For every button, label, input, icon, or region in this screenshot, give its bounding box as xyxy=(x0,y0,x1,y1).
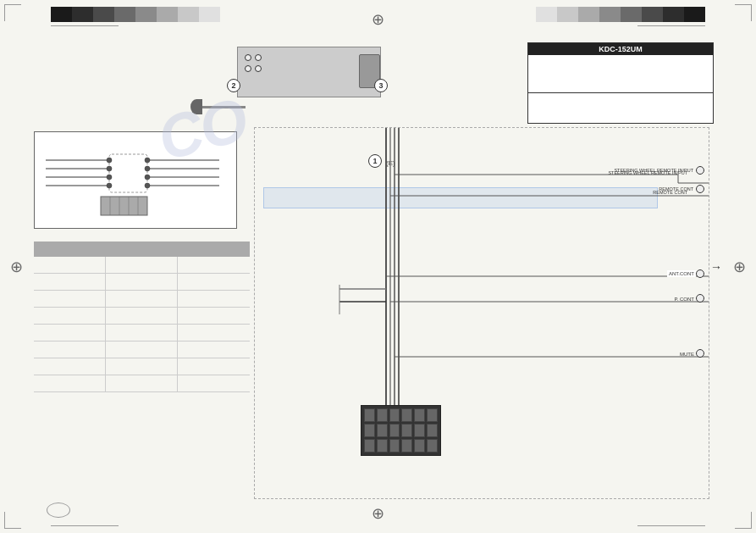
table-header-col1 xyxy=(34,242,106,257)
connector-circle xyxy=(245,54,251,61)
table-row xyxy=(34,291,250,308)
table-row xyxy=(34,341,250,358)
kdc-model-label: KDC-152UM xyxy=(528,43,713,55)
wiring-svg xyxy=(255,128,709,498)
table-header xyxy=(34,242,250,257)
steering-label-text: STEERING WHEEL REMOTE IN/PUT xyxy=(608,170,687,176)
audio-plug-line xyxy=(199,106,246,108)
svg-rect-17 xyxy=(101,197,147,215)
badge-3: 3 xyxy=(374,79,388,92)
badge-2: 2 xyxy=(227,79,240,92)
p-cont-connector-dot xyxy=(696,294,704,303)
table-row xyxy=(34,308,250,325)
top-right-color-bar xyxy=(536,7,705,22)
mute-connector-dot xyxy=(696,349,704,358)
connector-circle xyxy=(255,65,262,72)
kdc-content-bottom xyxy=(528,93,713,123)
crosshair-bottom: ⊕ xyxy=(372,504,384,523)
svg-rect-4 xyxy=(109,154,147,192)
kdc-label-box: KDC-152UM xyxy=(527,42,714,124)
svg-point-13 xyxy=(145,158,150,163)
unit-diagram: 2 3 xyxy=(186,47,381,110)
svg-point-16 xyxy=(145,183,150,188)
svg-point-12 xyxy=(107,183,112,188)
crosshair-right: ⊕ xyxy=(733,258,746,276)
cable-diagram-box xyxy=(34,131,237,229)
main-connector-block xyxy=(361,405,441,456)
cable-diagram-svg xyxy=(41,139,228,219)
arrow-right: → xyxy=(710,260,722,274)
wiring-table xyxy=(34,242,250,392)
crosshair-left: ⊕ xyxy=(10,258,23,276)
unit-box xyxy=(237,47,381,97)
table-row xyxy=(34,358,250,375)
corner-mark-br xyxy=(735,512,752,529)
mute-label: MUTE xyxy=(678,351,696,358)
ant-connector-dot xyxy=(696,269,704,278)
wiring-diagram-area: STEERING WHEEL REMOTE IN/PUT REMOTE CONT xyxy=(254,127,709,499)
table-row xyxy=(34,257,250,274)
table-row xyxy=(34,375,250,392)
top-line-left xyxy=(51,25,119,26)
crosshair-top: ⊕ xyxy=(372,10,384,29)
svg-point-11 xyxy=(107,175,112,180)
table-row xyxy=(34,325,250,341)
table-header-col2 xyxy=(106,242,178,257)
top-line-right xyxy=(637,25,705,26)
svg-point-9 xyxy=(107,158,112,163)
table-row xyxy=(34,274,250,291)
table-header-col3 xyxy=(178,242,250,257)
remote-label-text: REMOTE CONT xyxy=(653,190,687,195)
connector-circle xyxy=(255,54,262,61)
svg-point-14 xyxy=(145,166,150,171)
audio-plug-head xyxy=(190,99,202,114)
corner-mark-tr xyxy=(735,4,752,21)
ant-cont-label: ANT.CONT xyxy=(667,270,696,277)
corner-mark-bl xyxy=(4,512,21,529)
bottom-oval xyxy=(47,502,70,518)
svg-point-10 xyxy=(107,166,112,171)
top-left-color-bar xyxy=(51,7,220,22)
connector-circle xyxy=(245,65,251,72)
corner-mark-tl xyxy=(4,4,21,21)
p-cont-label: P. CONT xyxy=(672,296,696,303)
kdc-content-top xyxy=(528,55,713,93)
bottom-line-right xyxy=(637,525,705,526)
svg-point-15 xyxy=(145,175,150,180)
bottom-line-left xyxy=(51,525,119,526)
